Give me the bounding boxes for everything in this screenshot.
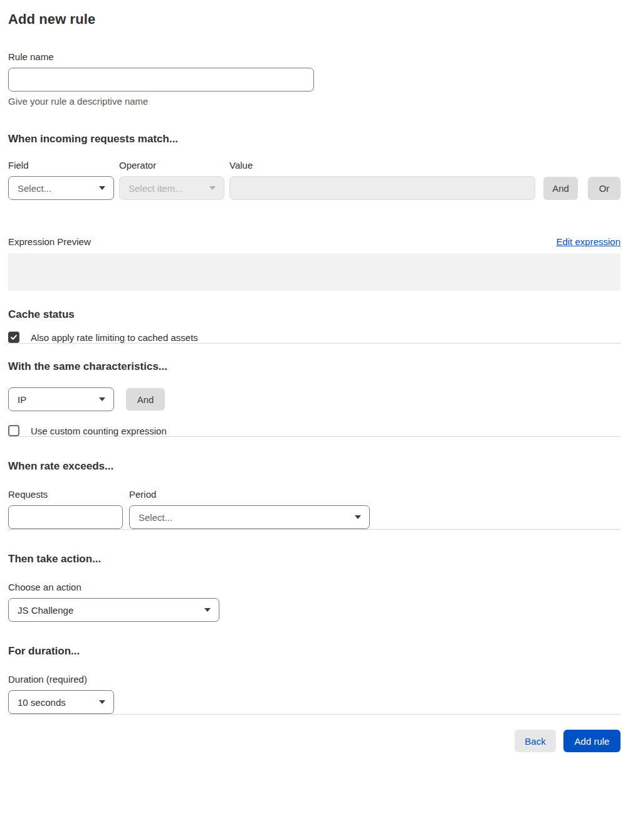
cache-status-section: Cache status Also apply rate limiting to… [8, 308, 620, 343]
rule-name-section: Rule name Give your rule a descriptive n… [8, 51, 620, 107]
period-label: Period [129, 489, 370, 500]
value-input [229, 176, 535, 200]
duration-select[interactable]: 10 seconds [8, 690, 114, 714]
action-select-value: JS Challenge [18, 605, 73, 616]
expression-preview-box [8, 253, 620, 291]
period-column: Period Select... [129, 489, 370, 529]
rate-row: Requests Period Select... [8, 489, 620, 529]
operator-label: Operator [119, 160, 224, 171]
action-select[interactable]: JS Challenge [8, 598, 219, 622]
chevron-down-icon [355, 515, 361, 519]
field-label: Field [8, 160, 114, 171]
cached-assets-checkbox[interactable] [8, 332, 19, 343]
rate-section: When rate exceeds... Requests Period Sel… [8, 460, 620, 529]
characteristic-select-value: IP [18, 394, 26, 405]
cached-assets-checkbox-label: Also apply rate limiting to cached asset… [31, 332, 198, 343]
chevron-down-icon [99, 700, 105, 704]
value-label: Value [229, 160, 535, 171]
add-rule-button[interactable]: Add rule [563, 730, 620, 752]
characteristics-row: IP And [8, 387, 620, 411]
chevron-down-icon [204, 608, 211, 612]
requests-input[interactable] [8, 505, 123, 529]
expression-preview-label: Expression Preview [8, 236, 91, 247]
action-label: Choose an action [8, 582, 620, 592]
rate-heading: When rate exceeds... [8, 460, 620, 473]
period-select-value: Select... [139, 512, 172, 523]
edit-expression-link[interactable]: Edit expression [556, 236, 620, 247]
match-row: Field Select... Operator Select item... … [8, 160, 620, 200]
duration-label: Duration (required) [8, 674, 620, 685]
duration-section: For duration... Duration (required) 10 s… [8, 645, 620, 714]
match-section: When incoming requests match... Field Se… [8, 133, 620, 291]
requests-label: Requests [8, 489, 123, 500]
characteristics-heading: With the same characteristics... [8, 360, 620, 373]
characteristics-section: With the same characteristics... IP And … [8, 360, 620, 436]
checkmark-icon [10, 333, 18, 341]
action-heading: Then take action... [8, 553, 620, 565]
chevron-down-icon [209, 186, 216, 190]
and-button[interactable]: And [543, 177, 578, 200]
rule-name-help: Give your rule a descriptive name [8, 96, 620, 107]
divider [8, 714, 620, 715]
cached-assets-check-row: Also apply rate limiting to cached asset… [8, 332, 620, 343]
operator-column: Operator Select item... [119, 160, 224, 200]
characteristic-select[interactable]: IP [8, 387, 114, 411]
divider [8, 343, 620, 344]
custom-counting-checkbox[interactable] [8, 425, 19, 436]
add-rule-form: Add new rule Rule name Give your rule a … [0, 0, 628, 761]
custom-counting-check-row: Use custom counting expression [8, 425, 620, 436]
rule-name-input[interactable] [8, 68, 314, 92]
chevron-down-icon [99, 186, 105, 190]
divider [8, 529, 620, 530]
divider [8, 436, 620, 437]
value-column: Value [229, 160, 535, 200]
field-select-value: Select... [18, 183, 51, 194]
duration-select-value: 10 seconds [18, 697, 66, 708]
or-button[interactable]: Or [588, 177, 620, 200]
requests-column: Requests [8, 489, 123, 529]
match-heading: When incoming requests match... [8, 133, 620, 145]
action-section: Then take action... Choose an action JS … [8, 553, 620, 622]
field-column: Field Select... [8, 160, 114, 200]
custom-counting-checkbox-label: Use custom counting expression [31, 426, 167, 436]
period-select[interactable]: Select... [129, 505, 370, 529]
page-title: Add new rule [8, 11, 620, 28]
characteristics-and-button[interactable]: And [126, 388, 165, 411]
back-button[interactable]: Back [515, 730, 556, 752]
operator-select-value: Select item... [128, 183, 183, 194]
chevron-down-icon [99, 397, 105, 401]
cache-status-heading: Cache status [8, 308, 620, 321]
footer-actions: Back Add rule [8, 730, 620, 752]
operator-select: Select item... [119, 176, 224, 200]
duration-heading: For duration... [8, 645, 620, 658]
rule-name-label: Rule name [8, 51, 620, 62]
expression-preview-header: Expression Preview Edit expression [8, 236, 620, 247]
field-select[interactable]: Select... [8, 176, 114, 200]
